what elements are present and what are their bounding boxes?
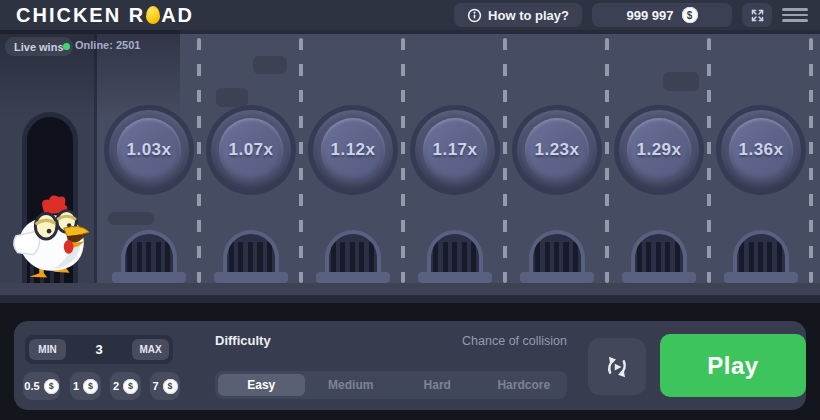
coin-icon: $	[682, 7, 698, 23]
lane-divider	[605, 38, 609, 283]
egg-icon	[146, 6, 160, 24]
quick-bet-chip-0.5[interactable]: 0.5$	[23, 372, 60, 400]
coin-icon: $	[83, 379, 98, 394]
difficulty-tab-medium[interactable]: Medium	[308, 371, 395, 399]
info-icon	[467, 8, 482, 23]
lane-divider	[299, 38, 303, 283]
online-dot-icon	[63, 43, 70, 50]
how-to-play-label: How to play?	[488, 8, 569, 23]
multiplier-disc-6: 1.29x	[619, 110, 699, 190]
bet-amount-box: 3 MIN MAX	[25, 335, 173, 364]
road-patch	[253, 56, 287, 74]
difficulty-tab-easy[interactable]: Easy	[218, 374, 305, 396]
grate-icon	[325, 230, 381, 272]
coin-icon: $	[163, 379, 178, 394]
topbar-actions: How to play? 999 997 $	[454, 3, 808, 27]
difficulty-tab-hard[interactable]: Hard	[394, 371, 481, 399]
multiplier-disc-5: 1.23x	[517, 110, 597, 190]
difficulty-tab-hardcore[interactable]: Hardcore	[481, 371, 568, 399]
app-window: CHICKEN RAD How to play? 999 997 $	[0, 0, 820, 420]
grate-icon	[223, 230, 279, 272]
fullscreen-button[interactable]	[742, 3, 772, 27]
multiplier-disc-3: 1.12x	[313, 110, 393, 190]
lane-divider	[401, 38, 405, 283]
menu-button[interactable]	[782, 3, 808, 27]
how-to-play-button[interactable]: How to play?	[454, 3, 582, 27]
top-bar: CHICKEN RAD How to play? 999 997 $	[0, 0, 820, 30]
multiplier-disc-2: 1.07x	[211, 110, 291, 190]
max-bet-button[interactable]: MAX	[132, 339, 169, 360]
lane-divider	[707, 38, 711, 283]
road-patch	[216, 88, 248, 107]
multiplier-value: 1.07x	[211, 110, 291, 190]
lane-divider	[809, 38, 813, 283]
multiplier-disc-7: 1.36x	[721, 110, 801, 190]
autoplay-mode-button[interactable]	[588, 338, 646, 395]
grate-icon	[427, 230, 483, 272]
game-area: 1.03x 1.07x 1.12x 1.17x 1.23x 1.29x 1.36…	[0, 30, 820, 303]
multiplier-value: 1.17x	[415, 110, 495, 190]
multiplier-disc-4: 1.17x	[415, 110, 495, 190]
multiplier-value: 1.03x	[109, 110, 189, 190]
quick-bet-chip-1[interactable]: 1$	[70, 372, 101, 400]
min-bet-button[interactable]: MIN	[29, 339, 66, 360]
grate-icon	[529, 230, 585, 272]
multiplier-value: 1.12x	[313, 110, 393, 190]
lane-divider	[197, 38, 201, 283]
grate-icon	[121, 230, 177, 272]
live-wins-label: Live wins	[14, 41, 64, 53]
multiplier-value: 1.36x	[721, 110, 801, 190]
play-button[interactable]: Play	[660, 334, 806, 397]
grate-icon	[631, 230, 687, 272]
multiplier-value: 1.23x	[517, 110, 597, 190]
difficulty-tabs: Easy Medium Hard Hardcore	[215, 371, 567, 399]
fullscreen-icon	[750, 8, 765, 23]
rotate-arrows-icon	[602, 352, 632, 382]
curb-strip	[0, 283, 820, 295]
lane-divider	[503, 38, 507, 283]
hamburger-icon	[782, 8, 808, 11]
road-patch	[108, 212, 154, 225]
coin-icon: $	[44, 379, 59, 394]
quick-bet-chip-7[interactable]: 7$	[150, 372, 180, 400]
logo: CHICKEN RAD	[16, 4, 194, 27]
online-count: Online: 2501	[75, 39, 140, 51]
logo-text-left: CHICKEN R	[16, 4, 145, 27]
chicken-character	[6, 193, 98, 283]
grate-icon	[733, 230, 789, 272]
multiplier-value: 1.29x	[619, 110, 699, 190]
difficulty-label: Difficulty	[215, 333, 271, 348]
coin-icon: $	[123, 379, 138, 394]
balance-display[interactable]: 999 997 $	[592, 3, 732, 27]
logo-text-right: AD	[161, 4, 194, 27]
quick-bet-chip-2[interactable]: 2$	[110, 372, 141, 400]
road-patch	[663, 72, 699, 91]
control-panel: 3 MIN MAX 0.5$ 1$ 2$ 7$ Difficulty Chanc…	[14, 321, 806, 410]
chance-of-collision-label: Chance of collision	[462, 334, 567, 348]
road-bottom-strip	[0, 295, 820, 303]
balance-value: 999 997	[627, 8, 674, 23]
multiplier-disc-1: 1.03x	[109, 110, 189, 190]
